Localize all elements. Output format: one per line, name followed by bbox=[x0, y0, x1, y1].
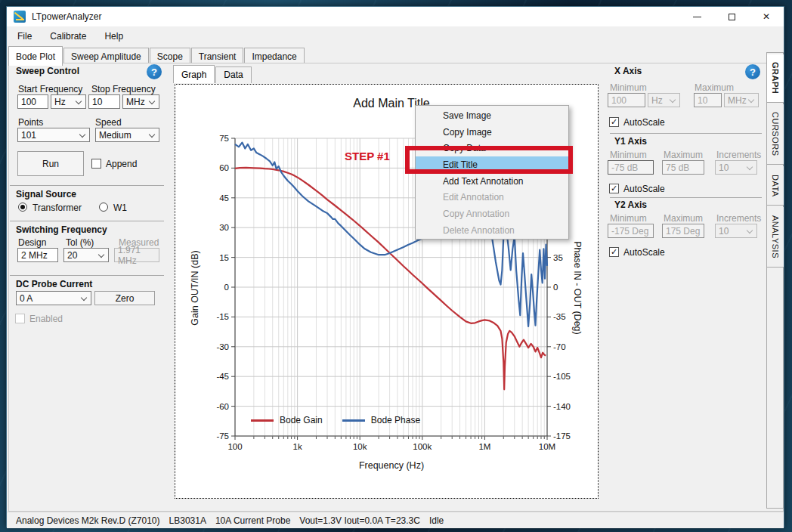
svg-text:-15: -15 bbox=[216, 312, 229, 321]
speed-label: Speed bbox=[95, 117, 122, 128]
menu-calibrate[interactable]: Calibrate bbox=[42, 28, 94, 45]
menu-help[interactable]: Help bbox=[97, 28, 131, 45]
y2-axis-title: Y2 Axis bbox=[614, 200, 647, 210]
tab-graph[interactable]: Graph bbox=[173, 65, 215, 83]
status-probe: 10A Current Probe bbox=[215, 515, 290, 526]
minimize-button[interactable] bbox=[679, 7, 714, 26]
status-state: Idle bbox=[429, 515, 444, 526]
tab-bode-plot[interactable]: Bode Plot bbox=[8, 46, 63, 66]
side-tab-analysis[interactable]: ANALYSIS bbox=[767, 207, 784, 268]
y1-axis-title: Y1 Axis bbox=[614, 136, 647, 147]
design-label: Design bbox=[18, 237, 46, 248]
y2-inc-label: Increments bbox=[716, 213, 761, 224]
svg-text:1k: 1k bbox=[293, 442, 302, 451]
x-min-input[interactable]: 100 bbox=[608, 93, 645, 107]
svg-text:-70: -70 bbox=[553, 342, 566, 351]
y1-min-input[interactable]: -75 dB bbox=[608, 160, 654, 175]
chevron-down-icon bbox=[670, 97, 676, 103]
svg-text:-105: -105 bbox=[553, 372, 571, 381]
svg-text:35: 35 bbox=[553, 253, 563, 262]
chart-legend: Bode Gain Bode Phase bbox=[251, 415, 420, 425]
y2-autoscale-checkbox[interactable]: ✓ bbox=[609, 247, 619, 257]
y1-autoscale-checkbox[interactable]: ✓ bbox=[609, 184, 619, 193]
graph-tab-strip: Graph Data bbox=[173, 65, 252, 83]
close-button[interactable]: ✕ bbox=[749, 7, 784, 26]
svg-text:45: 45 bbox=[219, 193, 229, 203]
chevron-down-icon bbox=[79, 131, 85, 138]
y1-max-input[interactable]: 75 dB bbox=[662, 160, 704, 175]
sweep-control-help-icon[interactable]: ? bbox=[147, 64, 162, 79]
sweep-control-title: Sweep Control bbox=[16, 66, 79, 76]
gain-legend-label: Bode Gain bbox=[280, 415, 323, 425]
run-button[interactable]: Run bbox=[17, 151, 84, 176]
design-input[interactable]: 2 MHz bbox=[17, 248, 58, 262]
w1-radio[interactable] bbox=[99, 203, 108, 212]
status-measurements: Vout=1.3V Iout=0.0A T=23.3C bbox=[299, 515, 420, 526]
enabled-checkbox bbox=[15, 314, 25, 323]
svg-text:10M: 10M bbox=[539, 442, 555, 451]
tol-select[interactable]: 20 bbox=[63, 248, 109, 262]
svg-text:-75: -75 bbox=[216, 431, 229, 441]
svg-text:-35: -35 bbox=[553, 312, 566, 321]
stop-frequency-unit-select[interactable]: MHz bbox=[122, 94, 159, 109]
axes-help-icon[interactable]: ? bbox=[745, 64, 760, 79]
transformer-label: Transformer bbox=[32, 203, 82, 213]
stop-frequency-input[interactable]: 10 bbox=[88, 94, 120, 109]
svg-text:-60: -60 bbox=[216, 402, 229, 411]
svg-text:-30: -30 bbox=[216, 342, 229, 351]
y2-max-label: Maximum bbox=[664, 213, 703, 224]
append-checkbox[interactable] bbox=[91, 159, 101, 169]
menu-item-copy-annotation: Copy Annotation bbox=[416, 206, 568, 222]
menu-file[interactable]: File bbox=[10, 28, 39, 45]
tab-data[interactable]: Data bbox=[215, 66, 251, 83]
x-max-label: Maximum bbox=[695, 82, 734, 93]
start-frequency-unit-select[interactable]: Hz bbox=[51, 94, 86, 109]
right-axis-title: Phase IN - OUT (Deg) bbox=[572, 137, 583, 439]
speed-select[interactable]: Medium bbox=[95, 128, 159, 142]
points-select[interactable]: 101 bbox=[17, 128, 90, 142]
start-frequency-input[interactable]: 100 bbox=[17, 94, 48, 109]
svg-text:75: 75 bbox=[219, 134, 229, 143]
y1-autoscale-label: AutoScale bbox=[623, 184, 665, 194]
chevron-down-icon bbox=[149, 98, 155, 104]
y2-min-label: Minimum bbox=[610, 213, 647, 224]
zero-button[interactable]: Zero bbox=[94, 291, 155, 305]
minimize-icon bbox=[693, 17, 701, 17]
separator bbox=[10, 221, 164, 221]
window-title: LTpowerAnalyzer bbox=[32, 11, 101, 22]
menu-item-save-image[interactable]: Save Image bbox=[416, 107, 568, 124]
chevron-down-icon bbox=[81, 295, 87, 301]
side-tab-graph[interactable]: GRAPH bbox=[767, 54, 784, 103]
y1-max-label: Maximum bbox=[664, 150, 703, 160]
dc-probe-current-select[interactable]: 0 A bbox=[16, 291, 91, 305]
menu-item-delete-annotation: Delete Annotation bbox=[416, 222, 568, 239]
y2-max-input[interactable]: 175 Deg bbox=[662, 224, 704, 238]
step1-highlight-box bbox=[405, 146, 573, 174]
y2-min-input[interactable]: -175 Deg bbox=[608, 224, 654, 238]
append-label: Append bbox=[106, 159, 137, 169]
status-bar: Analog Devices M2k Rev.D (Z7010) LB3031A… bbox=[7, 512, 784, 528]
y1-increments-select: 10 bbox=[715, 160, 757, 175]
left-axis-title: Gain OUT/IN (dB) bbox=[190, 137, 200, 439]
svg-text:-175: -175 bbox=[553, 431, 571, 441]
measured-value: 1.971 MHz bbox=[114, 248, 159, 262]
side-tab-cursors[interactable]: CURSORS bbox=[767, 104, 784, 165]
menu-item-copy-image[interactable]: Copy Image bbox=[416, 124, 568, 141]
menu-item-add-text-annotation[interactable]: Add Text Annotation bbox=[416, 173, 568, 190]
transformer-radio[interactable] bbox=[18, 203, 27, 212]
svg-text:60: 60 bbox=[219, 163, 229, 172]
signal-source-title: Signal Source bbox=[16, 189, 76, 200]
side-tab-data[interactable]: DATA bbox=[767, 166, 784, 206]
x-max-input[interactable]: 10 bbox=[694, 93, 722, 107]
w1-label: W1 bbox=[113, 203, 127, 213]
maximize-button[interactable] bbox=[714, 7, 749, 26]
title-bar: LTpowerAnalyzer ✕ bbox=[7, 7, 784, 26]
side-tab-strip: GRAPH CURSORS DATA ANALYSIS bbox=[766, 52, 784, 509]
tol-label: Tol (%) bbox=[66, 237, 94, 248]
svg-text:100: 100 bbox=[227, 442, 242, 451]
svg-text:1M: 1M bbox=[478, 442, 490, 451]
x-axis-title: Frequency (Hz) bbox=[235, 460, 548, 471]
x-autoscale-checkbox[interactable]: ✓ bbox=[609, 117, 619, 127]
x-autoscale-label: AutoScale bbox=[623, 117, 665, 128]
chevron-down-icon bbox=[98, 252, 104, 258]
